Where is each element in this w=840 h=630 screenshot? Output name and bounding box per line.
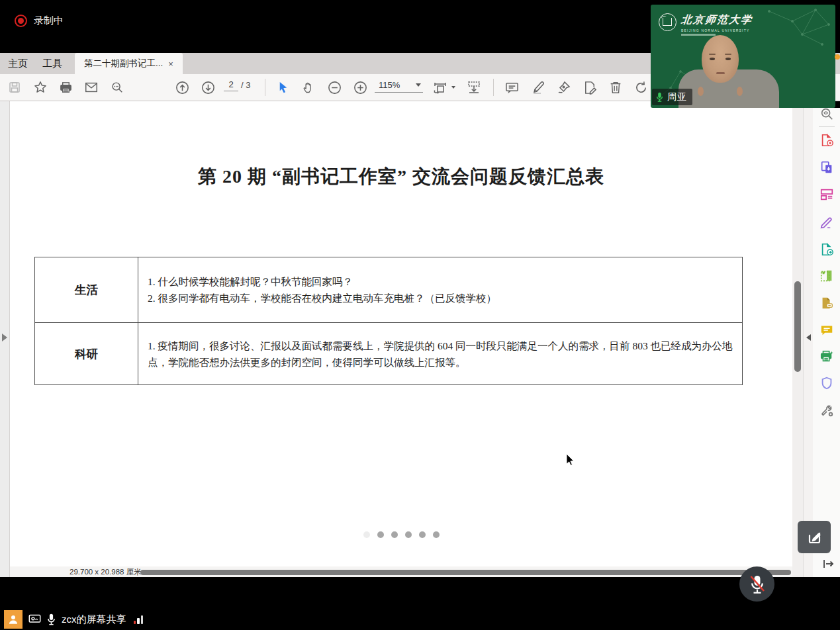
- row-category: 科研: [35, 323, 138, 384]
- save-button[interactable]: [7, 74, 23, 101]
- tab-document[interactable]: 第二十期副书记工... ×: [75, 53, 183, 74]
- speech-bubble-icon: [819, 323, 834, 338]
- pdf-convert-icon: [819, 160, 834, 175]
- search-button[interactable]: [109, 74, 125, 101]
- collapse-right-panel-handle[interactable]: [806, 334, 811, 341]
- highlight-tool-button[interactable]: [530, 74, 547, 101]
- university-sub-line: [681, 34, 716, 36]
- pen-edit-icon: [819, 215, 834, 230]
- organize-pages-button[interactable]: [819, 187, 834, 202]
- page-total-label: / 3: [241, 80, 250, 91]
- printer-green-icon: [819, 349, 834, 364]
- envelope-icon: [84, 80, 99, 95]
- shield-icon: [819, 376, 834, 390]
- zoom-out-button[interactable]: [326, 74, 342, 101]
- participant-head: [702, 35, 739, 83]
- person-icon: [7, 613, 19, 625]
- minus-circle-icon: [327, 80, 342, 95]
- signal-bars-icon: [134, 615, 144, 624]
- comment-tool-button[interactable]: [503, 74, 520, 101]
- chevron-down-icon: [416, 83, 421, 87]
- vertical-scrollbar[interactable]: [794, 281, 801, 372]
- rotate-button[interactable]: [632, 74, 649, 101]
- row-category: 生活: [35, 257, 138, 322]
- page-dots: [10, 531, 792, 538]
- page-dot[interactable]: [391, 531, 398, 538]
- edit-pdf-button[interactable]: [819, 215, 834, 230]
- snapshot-button[interactable]: [819, 269, 834, 283]
- quick-annotate-button[interactable]: [798, 521, 831, 553]
- mic-icon: [47, 613, 56, 625]
- page-dot[interactable]: [433, 531, 440, 538]
- mute-button[interactable]: [739, 566, 774, 602]
- save-icon: [8, 81, 21, 94]
- mouse-cursor: [566, 453, 575, 469]
- previous-page-button[interactable]: [174, 74, 190, 101]
- pdf-create-icon: [819, 133, 834, 148]
- sign-tool-button[interactable]: [555, 74, 573, 101]
- magnifier-preview-icon: [819, 107, 834, 121]
- page-dot[interactable]: [377, 531, 384, 538]
- screen: 录制中 主页 工具 第二十期副书记工... ×: [0, 0, 840, 630]
- tab-home[interactable]: 主页: [0, 53, 36, 74]
- university-logo: 北京师范大学 BEIJING NORMAL UNIVERSITY: [659, 13, 753, 36]
- star-icon: [33, 80, 48, 95]
- row-content: 1. 疫情期间，很多讨论、汇报以及面试都需要线上，学院提供的 604 同一时段只…: [138, 323, 742, 384]
- highlighter-icon: [531, 79, 547, 95]
- recording-icon: [15, 15, 27, 27]
- plus-circle-icon: [353, 80, 368, 95]
- bar-arrow-right-icon: [823, 559, 835, 568]
- zoom-search-button[interactable]: [819, 107, 834, 121]
- next-page-button[interactable]: [200, 74, 216, 101]
- delete-button[interactable]: [607, 74, 624, 101]
- participant-name-tag: 周亚: [652, 89, 692, 105]
- fit-page-button[interactable]: [465, 74, 483, 101]
- print-button[interactable]: [58, 74, 73, 101]
- more-tools-button[interactable]: [819, 403, 834, 418]
- close-icon[interactable]: ×: [168, 60, 173, 68]
- university-name-en: BEIJING NORMAL UNIVERSITY: [681, 28, 753, 32]
- participant-name: 周亚: [667, 91, 686, 103]
- page-number-input[interactable]: 2: [224, 79, 238, 91]
- row-content: 1. 什么时候学校能解封呢？中秋节能回家吗？ 2. 很多同学都有电动车，学校能否…: [138, 257, 742, 322]
- favorite-button[interactable]: [32, 74, 48, 101]
- email-button[interactable]: [83, 74, 99, 101]
- comment-panel-button[interactable]: [819, 323, 834, 338]
- convert-pdf-button[interactable]: [819, 160, 834, 175]
- tab-tools[interactable]: 工具: [34, 53, 70, 74]
- doc-comment-button[interactable]: [819, 296, 834, 310]
- trash-icon: [608, 80, 623, 95]
- toolbar-separator: [265, 79, 265, 96]
- chevron-down-icon: [451, 86, 455, 89]
- mic-muted-icon: [749, 574, 766, 595]
- batch-print-button[interactable]: [819, 349, 834, 364]
- expand-left-panel-handle[interactable]: [2, 334, 7, 341]
- avatar[interactable]: [4, 610, 23, 629]
- zoom-in-button[interactable]: [352, 74, 368, 101]
- fit-width-dropdown[interactable]: [449, 74, 457, 101]
- create-pdf-button[interactable]: [819, 133, 834, 148]
- hand-tool-button[interactable]: [301, 74, 316, 101]
- page-dot[interactable]: [405, 531, 412, 538]
- webcam-video[interactable]: 北京师范大学 BEIJING NORMAL UNIVERSITY 周亚: [651, 5, 835, 108]
- page-indicator: 2 / 3: [224, 79, 250, 91]
- page-dot[interactable]: [363, 531, 370, 538]
- screen-share-icon: [28, 614, 41, 625]
- export-pdf-button[interactable]: [819, 242, 834, 257]
- edit-document-button[interactable]: [581, 74, 598, 101]
- fit-width-button[interactable]: [432, 74, 449, 101]
- table-row: 生活 1. 什么时候学校能解封呢？中秋节能回家吗？ 2. 很多同学都有电动车，学…: [35, 257, 742, 322]
- page-dot[interactable]: [419, 531, 426, 538]
- university-name-zh: 北京师范大学: [680, 13, 753, 27]
- select-tool-button[interactable]: [275, 74, 291, 101]
- printer-icon: [59, 81, 73, 95]
- protect-button[interactable]: [819, 376, 834, 390]
- university-seal-icon: [659, 13, 677, 31]
- mic-on-icon: [656, 92, 663, 102]
- collapse-toolbar-button[interactable]: [823, 559, 835, 571]
- network-pattern: [756, 5, 835, 64]
- fountain-pen-icon: [556, 79, 572, 95]
- horizontal-scrollbar[interactable]: [140, 570, 791, 575]
- table-line: 1. 什么时候学校能解封呢？中秋节能回家吗？: [148, 273, 733, 290]
- zoom-level-select[interactable]: 115%: [375, 80, 423, 93]
